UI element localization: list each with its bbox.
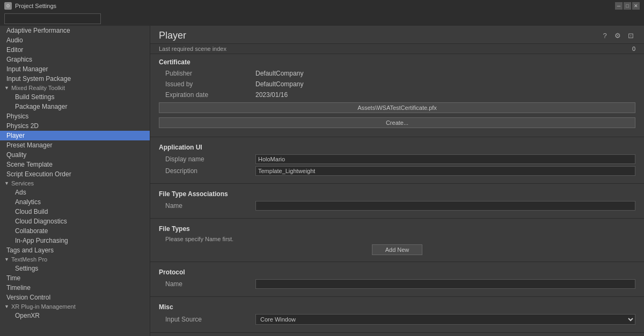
create-btn-row: Create... bbox=[159, 115, 635, 130]
settings-icon-button[interactable]: ⚙ bbox=[613, 31, 623, 41]
publisher-row: Publisher DefaultCompany bbox=[159, 68, 635, 79]
subheader-row: Last required scene index 0 bbox=[150, 44, 644, 54]
add-new-button[interactable]: Add New bbox=[372, 244, 423, 255]
fta-name-input[interactable] bbox=[255, 201, 635, 211]
sidebar-item-time[interactable]: Time bbox=[0, 273, 150, 283]
header-icons: ? ⚙ ⊡ bbox=[600, 31, 635, 41]
input-source-row: Input Source Core Window Independent Inp… bbox=[159, 313, 635, 326]
sidebar-item-graphics[interactable]: Graphics bbox=[0, 55, 150, 64]
help-button[interactable]: ? bbox=[600, 31, 610, 41]
issued-by-row: Issued by DefaultCompany bbox=[159, 79, 635, 89]
protocol-name-row: Name bbox=[159, 278, 635, 290]
file-types-section: File Types Please specify Name first. Ad… bbox=[150, 221, 644, 259]
sidebar-item-tags-and-layers[interactable]: Tags and Layers bbox=[0, 245, 150, 255]
sidebar-item-scene-template[interactable]: Scene Template bbox=[0, 160, 150, 169]
publisher-label: Publisher bbox=[159, 70, 255, 77]
sidebar-item-editor[interactable]: Editor bbox=[0, 45, 150, 55]
input-source-select[interactable]: Core Window Independent Input Source bbox=[255, 314, 635, 325]
triangle-icon: ▼ bbox=[4, 85, 9, 91]
issued-by-label: Issued by bbox=[159, 80, 255, 88]
protocol-title: Protocol bbox=[159, 268, 635, 276]
sidebar-item-player[interactable]: Player bbox=[0, 131, 150, 140]
content-header: Player ? ⚙ ⊡ bbox=[150, 26, 644, 44]
expiration-value: 2023/01/16 bbox=[255, 91, 635, 99]
content-body: Certificate Publisher DefaultCompany Iss… bbox=[150, 54, 644, 336]
sidebar-item-settings[interactable]: Settings bbox=[0, 264, 150, 273]
sidebar-item-timeline[interactable]: Timeline bbox=[0, 283, 150, 293]
top-search-bar bbox=[0, 12, 644, 26]
display-name-input[interactable] bbox=[255, 154, 635, 164]
sidebar-group-xr[interactable]: ▼ XR Plug-in Management bbox=[0, 302, 150, 311]
sidebar-item-audio[interactable]: Audio bbox=[0, 35, 150, 45]
window-close-button[interactable]: ✕ bbox=[632, 2, 640, 10]
display-name-row: Display name bbox=[159, 153, 635, 165]
sidebar-item-preset-manager[interactable]: Preset Manager bbox=[0, 140, 150, 150]
divider-2 bbox=[150, 183, 644, 184]
subheader-label: Last required scene index bbox=[159, 46, 226, 52]
divider-1 bbox=[150, 137, 644, 137]
publisher-value: DefaultCompany bbox=[255, 70, 635, 77]
fta-name-label: Name bbox=[159, 202, 255, 210]
expand-button[interactable]: ⊡ bbox=[626, 31, 635, 41]
page-title: Player bbox=[159, 30, 186, 41]
sidebar-item-physics-2d[interactable]: Physics 2D bbox=[0, 121, 150, 131]
divider-3 bbox=[150, 218, 644, 219]
sidebar-item-adaptive-performance[interactable]: Adaptive Performance bbox=[0, 26, 150, 35]
title-bar-left: ⚙ Project Settings bbox=[4, 2, 56, 10]
sidebar-item-version-control[interactable]: Version Control bbox=[0, 293, 150, 302]
sidebar-item-in-app-purchasing[interactable]: In-App Purchasing bbox=[0, 236, 150, 245]
misc-section: Misc Input Source Core Window Independen… bbox=[150, 299, 644, 330]
certificate-section: Certificate Publisher DefaultCompany Iss… bbox=[150, 54, 644, 135]
triangle-icon-xr: ▼ bbox=[4, 304, 9, 309]
sidebar-group-mixed-reality[interactable]: ▼ Mixed Reality Toolkit bbox=[0, 84, 150, 92]
description-input[interactable] bbox=[255, 166, 635, 176]
triangle-icon-services: ▼ bbox=[4, 181, 9, 186]
misc-title: Misc bbox=[159, 303, 635, 311]
description-row: Description bbox=[159, 165, 635, 177]
top-search-input[interactable] bbox=[4, 13, 101, 24]
sidebar-item-quality[interactable]: Quality bbox=[0, 150, 150, 160]
main-container: Adaptive Performance Audio Editor Graphi… bbox=[0, 26, 644, 336]
file-type-associations-title: File Type Associations bbox=[159, 190, 635, 198]
sidebar-item-analytics[interactable]: Analytics bbox=[0, 197, 150, 207]
sidebar-group-services[interactable]: ▼ Services bbox=[0, 179, 150, 188]
sidebar-item-collaborate[interactable]: Collaborate bbox=[0, 226, 150, 236]
subheader-value: 0 bbox=[632, 46, 635, 52]
sidebar-item-cloud-build[interactable]: Cloud Build bbox=[0, 207, 150, 216]
sidebar-item-physics[interactable]: Physics bbox=[0, 111, 150, 121]
assets-certificate-button[interactable]: Assets\WSATestCertificate.pfx bbox=[159, 102, 635, 113]
window-maximize-button[interactable]: □ bbox=[624, 2, 631, 10]
expiration-label: Expiration date bbox=[159, 91, 255, 99]
protocol-name-input[interactable] bbox=[255, 279, 635, 289]
sidebar-item-build-settings[interactable]: Build Settings bbox=[0, 92, 150, 102]
display-name-label: Display name bbox=[159, 155, 255, 163]
sidebar-group-textmesh[interactable]: ▼ TextMesh Pro bbox=[0, 255, 150, 264]
divider-6 bbox=[150, 332, 644, 333]
file-type-associations-section: File Type Associations Name bbox=[150, 186, 644, 216]
input-source-label: Input Source bbox=[159, 316, 255, 323]
sidebar-item-input-system-package[interactable]: Input System Package bbox=[0, 74, 150, 84]
window-controls[interactable]: ─ □ ✕ bbox=[615, 2, 640, 10]
sidebar-item-script-execution-order[interactable]: Script Execution Order bbox=[0, 169, 150, 179]
application-ui-title: Application UI bbox=[159, 144, 635, 151]
fta-name-row: Name bbox=[159, 200, 635, 212]
sidebar-item-cloud-diagnostics[interactable]: Cloud Diagnostics bbox=[0, 216, 150, 226]
sidebar-item-openxr[interactable]: OpenXR bbox=[0, 311, 150, 320]
sidebar-item-input-manager[interactable]: Input Manager bbox=[0, 64, 150, 74]
triangle-icon-textmesh: ▼ bbox=[4, 257, 9, 262]
expiration-row: Expiration date 2023/01/16 bbox=[159, 89, 635, 100]
sidebar-item-ads[interactable]: Ads bbox=[0, 188, 150, 197]
certificate-title: Certificate bbox=[159, 58, 635, 66]
create-button[interactable]: Create... bbox=[159, 117, 635, 128]
window-minimize-button[interactable]: ─ bbox=[615, 2, 623, 10]
sidebar: Adaptive Performance Audio Editor Graphi… bbox=[0, 26, 150, 336]
description-label: Description bbox=[159, 167, 255, 175]
protocol-name-label: Name bbox=[159, 280, 255, 288]
app-icon: ⚙ bbox=[4, 2, 12, 10]
assets-btn-row: Assets\WSATestCertificate.pfx bbox=[159, 100, 635, 115]
file-types-note: Please specify Name first. bbox=[159, 235, 635, 244]
file-types-title: File Types bbox=[159, 225, 635, 233]
content-panel: Player ? ⚙ ⊡ Last required scene index 0… bbox=[150, 26, 644, 336]
sidebar-item-package-manager[interactable]: Package Manager bbox=[0, 102, 150, 111]
divider-4 bbox=[150, 262, 644, 262]
